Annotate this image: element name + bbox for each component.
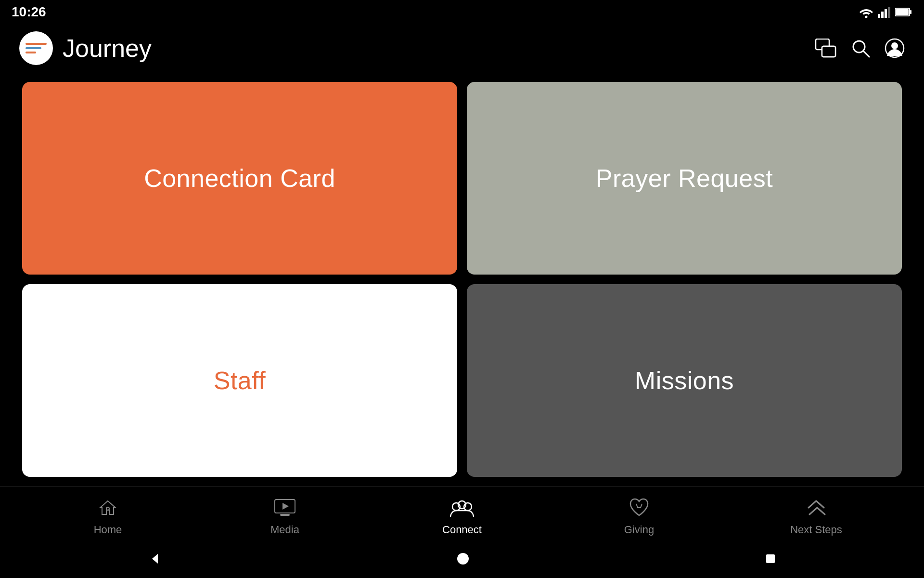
status-bar: 10:26 bbox=[0, 0, 924, 24]
app-bar-right bbox=[815, 38, 905, 58]
prayer-request-button[interactable]: Prayer Request bbox=[467, 82, 902, 275]
media-icon bbox=[274, 496, 295, 520]
back-button[interactable] bbox=[147, 552, 162, 566]
giving-icon bbox=[629, 496, 650, 520]
app-bar: Journey bbox=[0, 24, 924, 72]
nav-connect-label: Connect bbox=[442, 524, 482, 536]
svg-rect-4 bbox=[888, 7, 890, 18]
nav-media-label: Media bbox=[270, 524, 299, 536]
nav-next-steps-label: Next Steps bbox=[790, 524, 842, 536]
svg-rect-1 bbox=[878, 14, 880, 18]
nav-item-next-steps[interactable]: Next Steps bbox=[787, 496, 845, 536]
staff-button[interactable]: Staff bbox=[22, 284, 457, 477]
main-content: Connection Card Prayer Request Staff Mis… bbox=[0, 72, 924, 486]
svg-marker-18 bbox=[282, 503, 289, 510]
svg-rect-7 bbox=[896, 9, 909, 15]
app-bar-left: Journey bbox=[19, 31, 152, 65]
nav-item-giving[interactable]: Giving bbox=[610, 496, 668, 536]
connection-card-label: Connection Card bbox=[144, 164, 335, 193]
svg-rect-2 bbox=[881, 12, 884, 18]
svg-point-16 bbox=[106, 507, 109, 510]
connection-card-button[interactable]: Connection Card bbox=[22, 82, 457, 275]
svg-rect-25 bbox=[766, 554, 775, 563]
next-steps-icon bbox=[806, 496, 827, 520]
search-icon[interactable] bbox=[851, 39, 870, 58]
svg-point-24 bbox=[457, 553, 469, 565]
svg-point-15 bbox=[891, 42, 898, 49]
app-logo bbox=[19, 31, 53, 65]
svg-rect-19 bbox=[280, 514, 290, 516]
prayer-request-label: Prayer Request bbox=[596, 164, 773, 193]
nav-giving-label: Giving bbox=[624, 524, 654, 536]
svg-point-0 bbox=[865, 16, 868, 18]
nav-item-media[interactable]: Media bbox=[256, 496, 314, 536]
svg-rect-3 bbox=[885, 9, 887, 18]
svg-rect-6 bbox=[910, 10, 911, 14]
svg-marker-23 bbox=[152, 554, 158, 564]
nav-item-connect[interactable]: Connect bbox=[433, 496, 491, 536]
svg-rect-10 bbox=[822, 47, 835, 57]
nav-home-label: Home bbox=[94, 524, 122, 536]
account-icon[interactable] bbox=[885, 38, 905, 58]
signal-icon bbox=[878, 6, 891, 18]
wifi-icon bbox=[859, 6, 874, 18]
staff-label: Staff bbox=[214, 366, 266, 395]
svg-line-13 bbox=[863, 51, 869, 57]
status-icons bbox=[859, 6, 912, 18]
nav-item-home[interactable]: Home bbox=[79, 496, 137, 536]
battery-icon bbox=[895, 7, 912, 17]
home-icon bbox=[98, 496, 117, 520]
missions-label: Missions bbox=[635, 366, 734, 395]
system-nav bbox=[0, 544, 924, 578]
status-time: 10:26 bbox=[12, 4, 46, 20]
bottom-nav: Home Media Connect bbox=[0, 486, 924, 544]
home-button[interactable] bbox=[456, 552, 470, 565]
recents-button[interactable] bbox=[764, 552, 777, 565]
missions-button[interactable]: Missions bbox=[467, 284, 902, 477]
chat-icon[interactable] bbox=[815, 39, 836, 58]
connect-icon bbox=[450, 496, 474, 520]
app-title: Journey bbox=[63, 34, 152, 63]
